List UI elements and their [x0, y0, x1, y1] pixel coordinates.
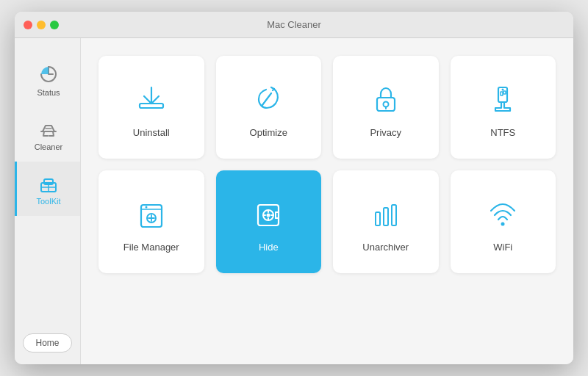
sidebar-bottom: Home: [23, 333, 71, 352]
optimize-icon: [249, 80, 287, 118]
svg-rect-13: [503, 91, 506, 94]
tool-optimize-label: Optimize: [250, 127, 287, 138]
cleaner-icon: [37, 118, 60, 140]
tool-wifi-label: WiFi: [493, 242, 512, 253]
privacy-icon: [367, 80, 405, 118]
svg-rect-31: [384, 208, 388, 225]
unarchiver-icon: [367, 195, 405, 233]
main-content: Uninstall Optimize: [81, 38, 573, 364]
tool-privacy-label: Privacy: [370, 127, 401, 138]
wifi-icon: [484, 195, 522, 233]
app-body: Status Cleaner: [15, 38, 573, 364]
tools-grid: Uninstall Optimize: [98, 56, 556, 273]
tool-card-unarchiver[interactable]: Unarchiver: [333, 170, 439, 273]
app-title: Mac Cleaner: [267, 19, 321, 30]
sidebar-item-status-label: Status: [37, 88, 60, 97]
sidebar-item-cleaner[interactable]: Cleaner: [15, 107, 80, 162]
tool-card-uninstall[interactable]: Uninstall: [98, 56, 204, 159]
tool-uninstall-label: Uninstall: [133, 127, 170, 138]
svg-point-14: [502, 88, 504, 90]
tool-ntfs-label: NTFS: [490, 127, 515, 138]
traffic-lights: [24, 21, 59, 29]
svg-rect-30: [376, 212, 380, 225]
svg-rect-32: [392, 205, 396, 225]
tool-card-hide[interactable]: Hide: [216, 170, 322, 273]
hide-icon: [249, 195, 287, 233]
app-window: Mac Cleaner Status: [15, 12, 573, 364]
tool-card-ntfs[interactable]: NTFS: [451, 56, 556, 159]
sidebar-item-toolkit[interactable]: ToolKit: [15, 162, 80, 216]
svg-point-9: [383, 101, 388, 106]
minimize-button[interactable]: [37, 21, 46, 29]
sidebar-item-toolkit-label: ToolKit: [36, 197, 60, 206]
home-button[interactable]: Home: [23, 333, 71, 352]
tool-card-wifi[interactable]: WiFi: [451, 170, 556, 273]
uninstall-icon: [132, 80, 171, 118]
svg-line-7: [262, 93, 271, 105]
sidebar-item-status[interactable]: Status: [15, 53, 80, 107]
svg-rect-12: [501, 92, 503, 95]
tool-file-manager-label: File Manager: [123, 242, 179, 253]
close-button[interactable]: [24, 21, 32, 29]
file-manager-icon: [132, 195, 171, 233]
svg-point-22: [267, 213, 270, 217]
sidebar: Status Cleaner: [15, 38, 81, 364]
maximize-button[interactable]: [50, 21, 59, 29]
titlebar: Mac Cleaner: [15, 12, 573, 38]
tool-card-privacy[interactable]: Privacy: [333, 56, 439, 159]
ntfs-icon: [484, 80, 522, 118]
toolkit-icon: [37, 172, 60, 194]
status-icon: [37, 63, 60, 85]
svg-point-19: [145, 206, 147, 208]
tool-hide-label: Hide: [259, 242, 279, 253]
svg-point-33: [501, 222, 505, 225]
sidebar-item-cleaner-label: Cleaner: [35, 142, 63, 151]
tool-unarchiver-label: Unarchiver: [362, 242, 409, 253]
tool-card-optimize[interactable]: Optimize: [216, 56, 322, 159]
tool-card-file-manager[interactable]: File Manager: [98, 170, 204, 273]
